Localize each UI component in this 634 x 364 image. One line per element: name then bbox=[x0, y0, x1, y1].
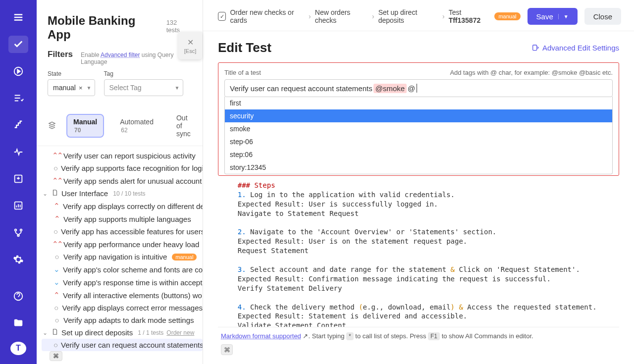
chevron-down-icon[interactable]: ▼ bbox=[558, 14, 569, 19]
tree-item[interactable]: ⌃Verify all interactive elements (button… bbox=[42, 289, 203, 302]
import-icon[interactable] bbox=[8, 170, 28, 187]
breadcrumb-test: Test Tff135872 bbox=[449, 8, 491, 24]
esc-label: [Esc] bbox=[184, 48, 196, 54]
enable-advanced-filter: Enable Advanced filter using Query Langu… bbox=[81, 52, 192, 65]
state-label: State bbox=[48, 70, 95, 77]
title-input[interactable]: Verify user can request account statemen… bbox=[224, 79, 613, 97]
breadcrumb: ✓ Order new checks or cards› New orders … bbox=[218, 8, 521, 24]
checkbox-icon[interactable]: ✓ bbox=[218, 12, 226, 21]
clear-state-icon[interactable]: × bbox=[79, 84, 83, 92]
dropdown-item[interactable]: step-06 bbox=[225, 135, 612, 148]
page-heading: Edit Test bbox=[218, 40, 271, 55]
title-label: Title of a test bbox=[224, 69, 261, 76]
project-title: Mobile Banking App bbox=[48, 14, 158, 42]
close-panel-button[interactable]: ✕ [Esc] bbox=[178, 32, 202, 59]
manual-badge: manual bbox=[494, 12, 520, 20]
state-select[interactable]: manual×▼ bbox=[48, 79, 95, 96]
layers-icon[interactable] bbox=[48, 121, 56, 131]
chevron-down-icon: ▼ bbox=[87, 85, 92, 91]
tree-item[interactable]: ○Verify user can request account stateme… bbox=[42, 339, 203, 351]
menu-icon[interactable] bbox=[8, 9, 28, 26]
tab-automated[interactable]: Automated 62 bbox=[114, 115, 159, 137]
svg-rect-7 bbox=[533, 45, 537, 51]
dropdown-item[interactable]: story:12345 bbox=[225, 161, 612, 174]
folder-icon[interactable] bbox=[8, 314, 28, 331]
pulse-icon[interactable] bbox=[8, 143, 28, 160]
breadcrumb-item[interactable]: Order new checks or cards bbox=[230, 8, 305, 24]
help-icon[interactable] bbox=[8, 288, 28, 305]
check-icon[interactable] bbox=[8, 36, 28, 52]
title-field-wrapper: Title of a test Add tags with @ char, fo… bbox=[218, 62, 619, 176]
tree-item[interactable]: ○Verify app displays correct error messa… bbox=[42, 302, 203, 314]
nav-sidebar: T bbox=[0, 0, 37, 364]
test-tree: ⌃⌃Verify user can report suspicious acti… bbox=[37, 146, 203, 364]
list-check-icon[interactable] bbox=[8, 90, 28, 106]
steps-icon[interactable] bbox=[8, 116, 28, 133]
main-panel: ✓ Order new checks or cards› New orders … bbox=[203, 0, 634, 364]
tag-select[interactable]: Select Tag▼ bbox=[104, 79, 183, 96]
test-editor[interactable]: ### Steps 1. Log in to the application w… bbox=[218, 176, 619, 327]
tree-item[interactable]: ⌃Verify app supports multiple languages bbox=[42, 212, 203, 225]
tree-item[interactable]: ⌃Verify app displays correctly on differ… bbox=[42, 200, 203, 212]
kbd-f1: F1 bbox=[428, 332, 440, 340]
editor-footer: Markdown format supported ↗. Start typin… bbox=[218, 327, 619, 359]
svg-point-4 bbox=[20, 229, 22, 231]
tree-item[interactable]: ○Verify app has accessible features for … bbox=[42, 225, 203, 238]
gear-icon[interactable] bbox=[8, 251, 28, 268]
tag-hint: Add tags with @ char, for example: @smok… bbox=[450, 69, 613, 76]
tree-item[interactable]: ⌄Verify app's response time is within ac… bbox=[42, 276, 203, 289]
tag-label: Tag bbox=[104, 70, 183, 77]
cmd-key-button[interactable]: ⌘ bbox=[221, 344, 233, 355]
tree-item[interactable]: ⌄Verify app's color scheme and fonts are… bbox=[42, 263, 203, 276]
tree-section[interactable]: ⌄Set up direct deposits1 / 1 testsOrder … bbox=[42, 326, 203, 339]
tree-item[interactable]: ○Verify app adapts to dark mode settings bbox=[42, 314, 203, 326]
tab-manual[interactable]: Manual 70 bbox=[67, 115, 103, 137]
dropdown-item[interactable]: step:06 bbox=[225, 148, 612, 161]
tree-item[interactable]: ○Verify app navigation is intuitivemanua… bbox=[42, 251, 203, 263]
cmd-key-badge[interactable]: ⌘ bbox=[50, 351, 62, 361]
tree-item[interactable]: ⌃⌃Verify user can report suspicious acti… bbox=[42, 149, 203, 162]
play-icon[interactable] bbox=[8, 63, 28, 80]
dropdown-item[interactable]: first bbox=[225, 97, 612, 109]
advanced-settings-link[interactable]: Advanced Edit Settings bbox=[531, 44, 619, 52]
tree-item[interactable]: ○Verify app supports face recognition fo… bbox=[42, 162, 203, 174]
dropdown-item[interactable]: security bbox=[225, 109, 612, 122]
tree-section[interactable]: ⌄User Interface10 / 10 tests bbox=[42, 187, 203, 200]
markdown-link[interactable]: Markdown format supported bbox=[221, 332, 301, 340]
kbd-star: * bbox=[346, 332, 354, 340]
svg-point-3 bbox=[15, 229, 17, 231]
advanced-filter-link[interactable]: Advanced filter bbox=[101, 52, 140, 58]
app-logo[interactable]: T bbox=[10, 342, 26, 355]
tab-out-of-sync[interactable]: Out of sync bbox=[170, 111, 197, 141]
close-icon: ✕ bbox=[187, 38, 194, 47]
tree-item[interactable]: ⌃⌃Verify app sends alert for unusual acc… bbox=[42, 174, 203, 187]
chevron-down-icon: ▼ bbox=[175, 85, 180, 91]
tag-autocomplete-dropdown: firstsecuritysmokestep-06step:06story:12… bbox=[224, 97, 613, 174]
breadcrumb-item[interactable]: New orders checks bbox=[315, 8, 368, 24]
chart-icon[interactable] bbox=[8, 197, 28, 214]
save-button[interactable]: Save▼ bbox=[528, 8, 578, 25]
branch-icon[interactable] bbox=[8, 224, 28, 241]
close-button[interactable]: Close bbox=[584, 8, 621, 25]
breadcrumb-item[interactable]: Set up direct deposits bbox=[378, 8, 438, 24]
filters-label: Filters bbox=[48, 50, 73, 59]
dropdown-item[interactable]: smoke bbox=[225, 122, 612, 135]
tag-chip-smoke: @smoke bbox=[373, 84, 407, 93]
tree-item[interactable]: ⌃⌃Verify app performance under heavy loa… bbox=[42, 238, 203, 251]
